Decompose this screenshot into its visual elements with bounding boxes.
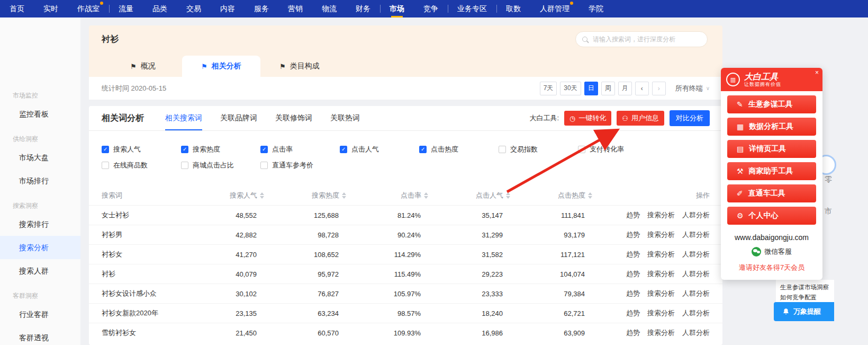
sidebar-item[interactable]: 市场大盘 (0, 146, 80, 169)
metric-checkbox[interactable]: 交易指数 (499, 145, 578, 154)
nav-item[interactable]: 业务专区 (457, 0, 487, 17)
sidebar-item[interactable]: 行业客群 (0, 303, 80, 326)
page-tab[interactable]: ⚑ 类目构成 (260, 56, 339, 77)
metric-checkbox[interactable]: 支付转化率 (578, 145, 657, 154)
notification-dot-icon (100, 2, 103, 5)
trend-link[interactable]: 趋势 (626, 210, 640, 220)
sidebar-item[interactable]: 搜索分析 (0, 236, 80, 259)
search-analysis-link[interactable]: 搜索分析 (647, 328, 675, 338)
metric-checkbox[interactable]: 搜索人气 (102, 145, 181, 154)
crowd-analysis-link[interactable]: 人群分析 (682, 230, 710, 240)
checkbox-icon (499, 146, 506, 153)
nav-item[interactable]: 人群管理 (540, 0, 569, 17)
crowd-analysis-link[interactable]: 人群分析 (682, 210, 710, 220)
trend-link[interactable]: 趋势 (626, 230, 640, 240)
search-analysis-link[interactable]: 搜索分析 (647, 250, 675, 259)
search-analysis-link[interactable]: 搜索分析 (647, 269, 675, 279)
date-range-button[interactable]: 日 (584, 82, 598, 95)
crowd-analysis-link[interactable]: 人群分析 (682, 250, 710, 259)
nav-item[interactable]: 竞争 (423, 0, 438, 17)
sort-icon[interactable] (424, 192, 428, 199)
nav-item[interactable]: 交易 (186, 0, 201, 17)
date-range-button[interactable]: 周 (601, 82, 615, 95)
nav-item[interactable]: 财务 (356, 0, 370, 17)
detail-page-tool-button[interactable]: ▤ 详情页工具 (727, 140, 816, 158)
search-analysis-link[interactable]: 搜索分析 (647, 308, 675, 318)
merchant-assistant-tool-button[interactable]: ⚒ 商家助手工具 (727, 162, 816, 180)
nav-item-label: 市场 (390, 4, 404, 14)
sort-icon[interactable] (506, 192, 510, 199)
nav-item[interactable]: 作战室 (77, 0, 100, 17)
nav-item[interactable]: 实时 (43, 0, 58, 17)
crowd-analysis-link[interactable]: 人群分析 (682, 289, 710, 298)
nav-item[interactable]: 服务 (254, 0, 269, 17)
one-key-convert-button[interactable]: ◷ 一键转化 (564, 111, 611, 126)
user-info-button[interactable]: ⚇ 用户信息 (617, 111, 664, 126)
next-button[interactable]: › (652, 82, 666, 95)
data-analysis-tool-button[interactable]: ▦ 数据分析工具 (727, 118, 816, 136)
personal-center-button[interactable]: ⚙ 个人中心 (727, 207, 816, 225)
analysis-tab[interactable]: 关联热词 (330, 106, 360, 130)
trend-link[interactable]: 趋势 (626, 250, 640, 259)
nav-item-label: 服务 (254, 4, 269, 14)
nav-item[interactable]: 市场 (390, 0, 404, 17)
nav-item[interactable]: 物流 (322, 0, 337, 17)
page-tab[interactable]: ⚑ 概况 (104, 56, 182, 77)
metric-checkbox[interactable]: 点击热度 (419, 145, 499, 154)
click-popularity-cell: 18,240 (428, 309, 510, 317)
sidebar-item[interactable]: 客群透视 (0, 326, 80, 345)
nav-item[interactable]: 首页 (10, 0, 24, 17)
nav-item[interactable]: 流量 (119, 0, 133, 17)
date-range-button[interactable]: 月 (618, 82, 632, 95)
nav-item[interactable]: 品类 (152, 0, 167, 17)
sort-icon[interactable] (588, 192, 592, 199)
trend-link[interactable]: 趋势 (626, 269, 640, 279)
compare-analysis-button[interactable]: 对比分析 (670, 110, 710, 126)
nav-item[interactable]: 学院 (589, 0, 603, 17)
sort-icon[interactable] (260, 192, 264, 199)
date-range-button[interactable]: 30天 (560, 82, 581, 95)
wechat-support[interactable]: 微信客服 (721, 247, 822, 256)
analysis-tab[interactable]: 相关搜索词 (165, 106, 202, 130)
metric-checkbox[interactable]: 在线商品数 (102, 161, 181, 170)
nav-item[interactable]: 内容 (220, 0, 235, 17)
metric-checkbox[interactable]: 点击率 (260, 145, 340, 154)
sidebar-item[interactable]: 监控看板 (0, 102, 80, 126)
search-heat-cell: 95,972 (264, 270, 346, 278)
metric-checkbox[interactable]: 点击人气 (340, 145, 419, 154)
analysis-tab[interactable]: 关联品牌词 (220, 106, 257, 130)
crowd-analysis-link[interactable]: 人群分析 (682, 308, 710, 318)
trend-link[interactable]: 趋势 (626, 308, 640, 318)
collapse-icon[interactable]: × (815, 69, 819, 76)
metric-checkbox[interactable]: 直通车参考价 (260, 161, 340, 170)
click-rate-cell: 81.24% (346, 211, 428, 219)
analysis-tab[interactable]: 关联修饰词 (275, 106, 312, 130)
invite-link[interactable]: 邀请好友各得7天会员 (721, 263, 822, 272)
crowd-analysis-link[interactable]: 人群分析 (682, 328, 710, 338)
nav-item-label: 作战室 (77, 4, 100, 14)
nav-item[interactable]: 取数 (506, 0, 521, 17)
sidebar-item[interactable]: 搜索人群 (0, 259, 80, 282)
trend-link[interactable]: 趋势 (626, 289, 640, 298)
nav-item[interactable]: 营销 (288, 0, 303, 17)
sort-icon[interactable] (342, 192, 346, 199)
search-analysis-link[interactable]: 搜索分析 (647, 289, 675, 298)
express-train-tool-button[interactable]: ✐ 直通车工具 (727, 184, 816, 202)
search-input[interactable] (592, 35, 701, 43)
sidebar-item[interactable]: 搜索排行 (0, 213, 80, 236)
search-analysis-link[interactable]: 搜索分析 (647, 210, 675, 220)
user-info-icon: ⚇ (622, 115, 628, 122)
search-analysis-link[interactable]: 搜索分析 (647, 230, 675, 240)
advisor-tool-button[interactable]: ✎ 生意参谋工具 (727, 95, 816, 113)
trend-link[interactable]: 趋势 (626, 328, 640, 338)
metric-checkbox[interactable]: 搜索热度 (181, 145, 260, 154)
date-range-button[interactable]: 7天 (540, 82, 557, 95)
crowd-analysis-link[interactable]: 人群分析 (682, 269, 710, 279)
terminal-select[interactable]: 所有终端 ∨ (675, 84, 710, 93)
metric-checkbox[interactable]: 商城点击占比 (181, 161, 260, 170)
plugin-button-label: 生意参谋工具 (748, 100, 793, 109)
page-tab[interactable]: ⚑ 相关分析 (182, 56, 260, 77)
prev-button[interactable]: ‹ (635, 82, 649, 95)
reminder-bar[interactable]: 万象提醒 (774, 302, 834, 321)
sidebar-item[interactable]: 市场排行 (0, 169, 80, 192)
